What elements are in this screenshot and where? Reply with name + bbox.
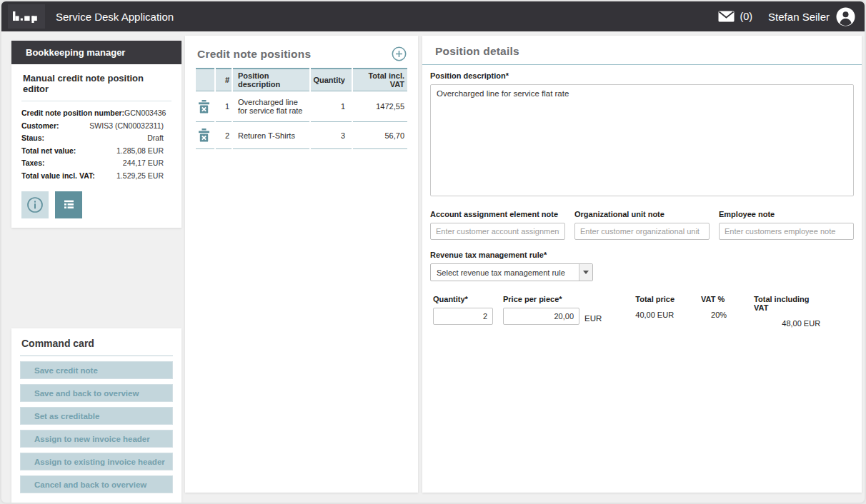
quantity-field: Quantity*	[433, 295, 493, 328]
column-header-quantity: Quantity	[311, 68, 352, 91]
command-card-title: Command card	[20, 336, 173, 356]
mail-icon	[718, 11, 735, 22]
notes-row: Account assignment element note Organiza…	[430, 210, 854, 240]
tax-rule-label: Revenue tax management rule*	[430, 251, 854, 259]
command-card: Command card Save credit note Save and b…	[11, 328, 181, 503]
editor-title: Manual credit note position editor	[21, 71, 171, 101]
position-total: 1472,55	[353, 91, 407, 122]
chevron-down-icon	[583, 271, 589, 274]
total-price-field: Total price 40,00 EUR	[635, 295, 675, 328]
total-price-value: 40,00 EUR	[635, 311, 675, 319]
trash-icon	[198, 128, 210, 142]
save-credit-note-button[interactable]: Save credit note	[20, 361, 173, 379]
detail-row-taxes: Taxes: 244,17 EUR	[21, 157, 171, 170]
detail-value: Draft	[147, 132, 171, 145]
detail-row-position-number: Credit note position number: GCN003436	[21, 107, 171, 120]
credit-note-positions-panel: Credit note positions # Position descrip	[185, 36, 418, 493]
mail-button[interactable]: (0)	[718, 11, 752, 22]
org-note-label: Organizational unit note	[574, 210, 710, 218]
detail-label: Customer:	[21, 120, 59, 133]
detail-row-status: Staus: Draft	[21, 132, 171, 145]
company-logo	[8, 4, 45, 29]
total-incl-vat-value: 48,00 EUR	[754, 319, 820, 328]
logo-icon	[13, 11, 40, 23]
total-price-label: Total price	[635, 295, 675, 303]
positions-table-header-row: # Position description Quantity Total in…	[196, 68, 407, 91]
user-avatar[interactable]	[836, 7, 855, 26]
quantity-label: Quantity*	[433, 295, 493, 303]
assign-existing-invoice-button[interactable]: Assign to existing invoice header	[20, 453, 173, 470]
account-note-label: Account assignment element note	[430, 210, 565, 218]
bookkeeping-manager-header: Bookkeeping manager	[11, 41, 181, 64]
header-right: (0) Stefan Seiler	[718, 7, 855, 26]
details-body: Position description* Overcharged line f…	[422, 65, 862, 334]
add-position-button[interactable]	[392, 46, 407, 61]
user-name: Stefan Seiler	[768, 11, 830, 23]
position-number: 2	[216, 122, 232, 149]
table-row[interactable]: 2 Returen T-Shirts 3 56,70	[196, 122, 407, 149]
positions-table: # Position description Quantity Total in…	[194, 68, 409, 149]
save-back-overview-button[interactable]: Save and back to overview	[20, 384, 173, 402]
table-row[interactable]: 1 Overcharged line for service flat rate…	[196, 91, 407, 122]
total-incl-vat-field: Total including VAT 48,00 EUR	[754, 295, 820, 328]
detail-label: Total value incl. VAT:	[21, 170, 95, 183]
delete-position-button[interactable]	[198, 100, 210, 114]
tax-rule-selected-value: Select revenue tax management rule	[431, 268, 579, 277]
org-note-input[interactable]	[574, 223, 710, 240]
tax-rule-row: Revenue tax management rule* Select reve…	[430, 251, 854, 281]
plus-circle-icon	[392, 46, 407, 61]
position-quantity: 1	[311, 91, 352, 122]
list-icon	[62, 198, 76, 212]
detail-label: Total net value:	[21, 145, 76, 158]
set-creditable-button[interactable]: Set as creditable	[20, 407, 173, 425]
position-number: 1	[216, 91, 232, 122]
info-icon	[26, 196, 44, 213]
vat-value: 20%	[701, 311, 727, 319]
editor-icon-row	[21, 191, 171, 218]
account-note-field: Account assignment element note	[430, 210, 565, 240]
app-title: Service Desk Application	[56, 11, 174, 23]
employee-note-input[interactable]	[719, 223, 854, 240]
detail-value: GCN003436	[124, 107, 174, 120]
column-header-delete	[196, 68, 214, 91]
cancel-back-overview-button[interactable]: Cancel and back to overview	[20, 475, 173, 493]
mail-count: (0)	[740, 11, 752, 22]
vat-label: VAT %	[701, 295, 727, 303]
detail-row-total-incl-vat: Total value incl. VAT: 1.529,25 EUR	[21, 170, 171, 183]
column-header-num: #	[216, 68, 232, 91]
quantity-input[interactable]	[433, 308, 493, 325]
position-details-panel: Position details Position description* O…	[422, 36, 862, 493]
detail-row-total-net: Total net value: 1.285,08 EUR	[21, 145, 171, 158]
person-icon	[836, 7, 855, 26]
app-header: Service Desk Application (0) Stefan Seil…	[1, 1, 865, 31]
position-description: Overcharged line for service flat rate	[233, 91, 309, 122]
positions-title-row: Credit note positions	[194, 45, 409, 68]
position-description: Returen T-Shirts	[233, 122, 309, 149]
detail-label: Staus:	[21, 132, 44, 145]
total-incl-vat-label: Total including VAT	[754, 295, 820, 312]
bookkeeping-manager-card: Bookkeeping manager Manual credit note p…	[11, 41, 181, 228]
trash-icon	[198, 100, 210, 114]
tax-rule-select[interactable]: Select revenue tax management rule	[430, 263, 593, 281]
detail-value: SWIS3 (CN00032311)	[89, 120, 171, 133]
detail-value: 1.285,08 EUR	[116, 145, 171, 158]
org-note-field: Organizational unit note	[574, 210, 710, 240]
app-window: Service Desk Application (0) Stefan Seil…	[0, 0, 866, 504]
assign-new-invoice-button[interactable]: Assign to new invoice header	[20, 430, 173, 448]
dropdown-button[interactable]	[579, 264, 592, 281]
price-per-piece-label: Price per piece*	[503, 295, 579, 303]
delete-position-button[interactable]	[198, 128, 210, 142]
info-button[interactable]	[21, 191, 49, 218]
column-header-total: Total incl. VAT	[353, 68, 407, 91]
position-quantity: 3	[311, 122, 352, 149]
price-per-piece-input[interactable]	[503, 308, 579, 325]
position-total: 56,70	[353, 122, 407, 149]
description-label: Position description*	[430, 71, 854, 80]
description-textarea[interactable]: Overcharged line for service flat rate	[430, 84, 854, 196]
employee-note-label: Employee note	[719, 210, 854, 218]
editor-body: Manual credit note position editor Credi…	[11, 64, 181, 228]
detail-list-button[interactable]	[55, 191, 82, 218]
vat-field: VAT % 20%	[701, 295, 727, 328]
account-note-input[interactable]	[430, 223, 565, 240]
detail-value: 244,17 EUR	[123, 157, 171, 170]
